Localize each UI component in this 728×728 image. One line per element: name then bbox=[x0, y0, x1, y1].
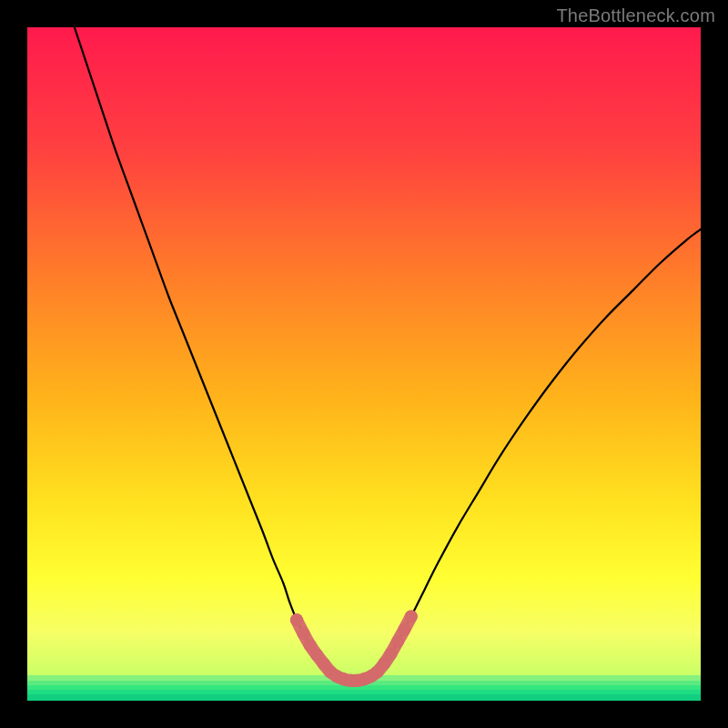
valley-marker-dot bbox=[391, 635, 404, 648]
left-curve bbox=[75, 27, 330, 672]
valley-marker-dot bbox=[385, 647, 398, 660]
plot-area bbox=[27, 27, 701, 701]
watermark-text: TheBottleneck.com bbox=[556, 5, 715, 26]
right-curve bbox=[378, 229, 701, 672]
valley-marker-dot bbox=[290, 613, 303, 626]
curve-layer bbox=[27, 27, 701, 701]
valley-marker-dot bbox=[398, 623, 410, 636]
chart-stage: TheBottleneck.com bbox=[0, 0, 728, 728]
valley-marker-dot bbox=[297, 627, 309, 640]
valley-marker-dot bbox=[405, 611, 418, 623]
